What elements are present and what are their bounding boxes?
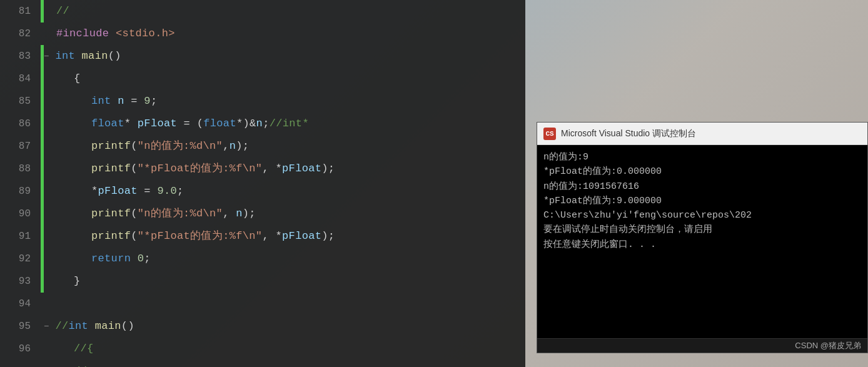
line-number: 93 — [0, 270, 41, 293]
code-line: 92return 0; — [0, 248, 525, 270]
line-number: 81 — [0, 0, 41, 23]
line-indicator — [41, 135, 44, 158]
code-line: 93} — [0, 270, 525, 293]
collapse-icon[interactable]: − — [44, 315, 49, 338]
code-line: 95−//int main() — [0, 315, 525, 338]
code-content: { — [69, 68, 81, 90]
console-output-line: 按任意键关闭此窗口. . . — [543, 238, 861, 252]
line-indicator — [41, 180, 44, 203]
code-content: int main() — [50, 45, 121, 68]
line-number: 87 — [0, 135, 41, 158]
line-indicator — [41, 248, 44, 270]
code-line: 96//{ — [0, 338, 525, 360]
code-line: 89*pFloat = 9.0; — [0, 180, 525, 203]
console-output-line: C:\Users\zhu'yi'feng\source\repos\202 — [543, 208, 861, 223]
code-line: 87printf("n的值为:%d\n",n); — [0, 135, 525, 158]
console-title: Microsoft Visual Studio 调试控制台 — [561, 128, 696, 139]
line-indicator — [41, 270, 44, 293]
line-indicator — [41, 158, 44, 180]
code-content: //int main() — [50, 315, 134, 338]
code-content: // — [51, 0, 69, 23]
code-line: 97// — [0, 360, 525, 367]
line-indicator — [41, 203, 44, 225]
line-indicator — [41, 0, 44, 23]
line-number: 95 — [0, 315, 41, 338]
code-line: 85int n = 9; — [0, 90, 525, 113]
line-number: 96 — [0, 338, 41, 360]
console-icon-label: CS — [545, 130, 553, 138]
console-app-icon: CS — [543, 128, 556, 140]
code-line: 94 — [0, 293, 525, 315]
code-line: 83−int main() — [0, 45, 525, 68]
line-number: 83 — [0, 45, 41, 68]
line-number: 91 — [0, 225, 41, 248]
line-number: 84 — [0, 68, 41, 90]
console-credit: CSDN @猪皮兄弟 — [795, 340, 861, 351]
line-number: 97 — [0, 360, 41, 367]
console-output-line: *pFloat的值为:9.000000 — [543, 194, 861, 208]
code-line: 91printf("*pFloat的值为:%f\n", *pFloat); — [0, 225, 525, 248]
line-number: 92 — [0, 248, 41, 270]
code-content: #include <stdio.h> — [51, 23, 175, 45]
code-content: //{ — [69, 338, 94, 360]
code-line: 84{ — [0, 68, 525, 90]
console-output-line: n的值为:1091567616 — [543, 179, 861, 194]
line-number: 85 — [0, 90, 41, 113]
console-body: n的值为:9*pFloat的值为:0.000000n的值为:1091567616… — [537, 145, 867, 338]
line-number: 86 — [0, 113, 41, 135]
code-content: printf("*pFloat的值为:%f\n", *pFloat); — [86, 158, 335, 180]
code-content: int n = 9; — [86, 90, 157, 113]
code-line: 88printf("*pFloat的值为:%f\n", *pFloat); — [0, 158, 525, 180]
line-indicator — [41, 68, 44, 90]
line-indicator — [41, 225, 44, 248]
console-titlebar: CS Microsoft Visual Studio 调试控制台 — [537, 123, 867, 145]
line-number: 90 — [0, 203, 41, 225]
console-output-line: *pFloat的值为:0.000000 — [543, 164, 861, 179]
code-content: float* pFloat = (float*)&n;//int* — [86, 113, 309, 135]
code-content: printf("*pFloat的值为:%f\n", *pFloat); — [86, 225, 335, 248]
console-window: CS Microsoft Visual Studio 调试控制台 n的值为:9*… — [537, 122, 868, 353]
collapse-icon[interactable]: − — [44, 45, 49, 68]
code-content: printf("n的值为:%d\n",n); — [86, 135, 249, 158]
line-indicator — [41, 90, 44, 113]
code-content: *pFloat = 9.0; — [86, 180, 184, 203]
code-line: 90printf("n的值为:%d\n", n); — [0, 203, 525, 225]
console-footer: CSDN @猪皮兄弟 — [537, 338, 867, 353]
code-lines: 81//82#include <stdio.h>83−int main()84{… — [0, 0, 525, 367]
code-content: // — [69, 360, 87, 367]
line-indicator — [41, 113, 44, 135]
console-output-line: n的值为:9 — [543, 150, 861, 164]
line-number: 94 — [0, 293, 41, 315]
code-line: 82#include <stdio.h> — [0, 23, 525, 45]
code-line: 81// — [0, 0, 525, 23]
code-content: return 0; — [86, 248, 151, 270]
code-editor: 81//82#include <stdio.h>83−int main()84{… — [0, 0, 525, 367]
console-output-line: 要在调试停止时自动关闭控制台，请启用 — [543, 223, 861, 237]
code-line: 86float* pFloat = (float*)&n;//int* — [0, 113, 525, 135]
code-content: } — [69, 270, 81, 293]
code-content: printf("n的值为:%d\n", n); — [86, 203, 256, 225]
line-number: 89 — [0, 180, 41, 203]
line-number: 82 — [0, 23, 41, 45]
line-number: 88 — [0, 158, 41, 180]
